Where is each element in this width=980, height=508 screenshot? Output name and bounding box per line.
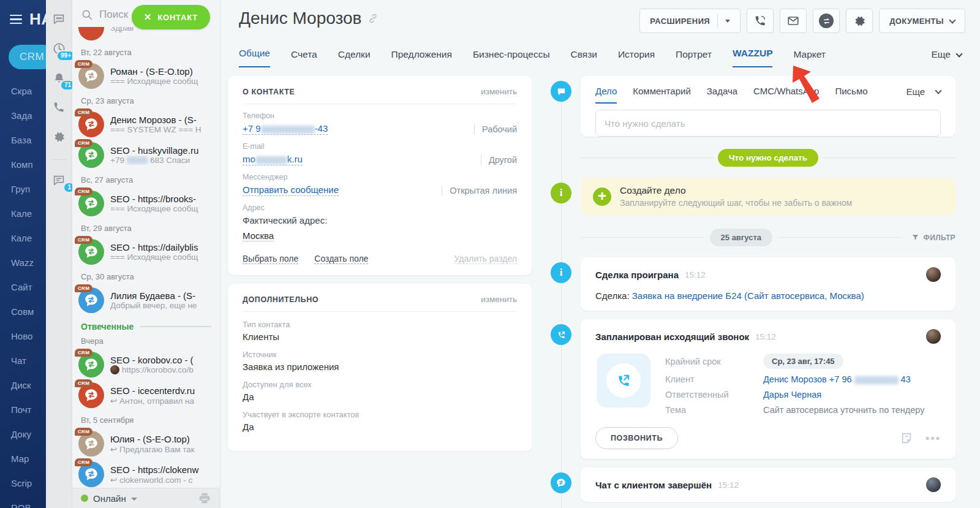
avatar[interactable] (926, 329, 941, 344)
filter-button[interactable]: ФИЛЬТР (911, 233, 956, 242)
composer-tab-email[interactable]: Письмо (835, 86, 867, 104)
phone-value-link[interactable]: +7 9-43 (243, 123, 328, 135)
printer-icon[interactable] (198, 491, 211, 505)
event-title: Чат с клиентом завершён (595, 480, 712, 490)
tab-profile[interactable]: Портрет (676, 49, 712, 67)
scheduled-call-card: Запланирован исходящий звонок 15:12 Край… (581, 319, 956, 459)
chat-list-item[interactable]: CRM Лилия Будаева - (S-Добрый вечер, еще… (72, 285, 220, 316)
composer-tab-task[interactable]: Задача (707, 86, 737, 104)
composer-tab-comment[interactable]: Комментарий (633, 86, 690, 104)
messenger-status-bar[interactable]: Онлайн (72, 488, 220, 508)
chat-list-item[interactable]: CRM SEO - https://clokenw↩ clokenworld.c… (72, 459, 220, 488)
address-kind: Фактический адрес: (243, 215, 517, 226)
redacted-text (127, 156, 148, 164)
outgoing-call-icon (606, 363, 641, 398)
sidebar-item[interactable]: Scrip (11, 471, 46, 496)
sidebar-item[interactable]: Кале (11, 226, 46, 251)
create-activity-banner[interactable]: i + Создайте дело Запланируйте следующий… (581, 178, 956, 215)
note-icon[interactable] (900, 431, 913, 445)
owner-link[interactable]: Дарья Черная (763, 390, 821, 400)
chat-list-item[interactable]: CRM Денис Морозов - (S-=== SYSTEM WZ ===… (72, 109, 220, 140)
avatar[interactable] (926, 267, 941, 282)
call-button[interactable] (747, 9, 774, 33)
edit-link[interactable]: изменить (481, 295, 517, 304)
chat-list-item[interactable]: CRM SEO - huskyvillage.ru+79683 Спаси (72, 140, 220, 170)
wazzup-icon (819, 13, 834, 28)
send-message-link[interactable]: Отправить сообщение (243, 184, 339, 196)
tab-history[interactable]: История (618, 49, 655, 67)
settings-icon[interactable] (51, 129, 67, 145)
sidebar-item[interactable]: Диск (11, 373, 46, 398)
chat-list-item[interactable]: CRM SEO - icecenterdv.ru↩ Антон, отправи… (72, 380, 220, 411)
openlines-icon[interactable]: 1 (51, 172, 67, 188)
wazzup-button[interactable] (813, 9, 840, 33)
composer-tab-activity[interactable]: Дело (595, 86, 617, 104)
email-button[interactable] (780, 9, 807, 33)
extensions-button[interactable]: РАСШИРЕНИЯ (639, 9, 741, 33)
avatar[interactable] (926, 477, 941, 492)
menu-icon[interactable] (10, 12, 22, 27)
todo-input[interactable] (595, 110, 941, 137)
client-link[interactable]: Денис Морозов +7 96 43 (763, 374, 911, 384)
composer-tab-sms-whatsapp[interactable]: СМС/WhatsApp (753, 86, 819, 104)
documents-button[interactable]: ДОКУМЕНТЫ (879, 9, 965, 33)
chat-list-item[interactable]: CRM Роман - (S-E-O.top)=== Исходящее соо… (72, 61, 220, 91)
call-now-button[interactable]: ПОЗВОНИТЬ (595, 427, 678, 449)
sidebar-item[interactable]: Почт (11, 398, 46, 422)
chats-icon[interactable] (51, 11, 67, 27)
create-field-link[interactable]: Создать поле (314, 254, 368, 264)
deal-link[interactable]: Заявка на внедрение Б24 (Сайт автосервис… (632, 290, 864, 301)
sidebar-item-crm[interactable]: CRM (9, 45, 46, 69)
select-field-link[interactable]: Выбрать поле (243, 254, 298, 264)
messenger-panel: ✕ КОНТАКТ Здрав Вт, 22 августа CRM Роман… (72, 0, 221, 508)
todo-cta-pill[interactable]: Что нужно сделать (718, 149, 818, 167)
sidebar-item[interactable]: Чат (11, 349, 46, 373)
tab-invoices[interactable]: Счета (291, 49, 317, 67)
notifications-icon[interactable]: 71 (51, 70, 67, 86)
call-fields: Крайний срок Ср, 23 авг, 17:45 Клиент Де… (665, 354, 941, 415)
more-actions-icon[interactable]: ••• (925, 432, 941, 445)
close-icon[interactable]: ✕ (144, 12, 152, 23)
chat-list-item[interactable]: CRM SEO - https://dailyblis=== Исходящее… (72, 237, 220, 267)
sidebar-item[interactable]: Доку (11, 422, 46, 447)
crm-chat-icon: CRM (78, 112, 104, 137)
sidebar-item[interactable]: Wazz (11, 251, 46, 275)
recents-icon[interactable]: 99+ (51, 40, 67, 56)
contact-filter-chip[interactable]: ✕ КОНТАКТ (132, 5, 210, 29)
tab-deals[interactable]: Сделки (338, 49, 371, 67)
sidebar-item[interactable]: Совм (11, 300, 46, 324)
date-separator: Вчера (81, 336, 211, 346)
tab-general[interactable]: Общие (239, 48, 270, 67)
call-icon-tile (597, 354, 650, 408)
edit-link[interactable]: изменить (481, 87, 517, 96)
sidebar-item[interactable]: Мар (11, 447, 46, 471)
sidebar-item[interactable]: Зада (11, 104, 46, 128)
address-value[interactable]: Москва (243, 230, 274, 241)
sidebar-item[interactable]: База (11, 128, 46, 153)
crm-badge: CRM (75, 188, 92, 195)
sidebar-item[interactable]: Ново (11, 324, 46, 349)
link-icon[interactable] (368, 13, 379, 24)
tab-bizproc[interactable]: Бизнес-процессы (473, 49, 550, 67)
phone-icon[interactable] (51, 99, 67, 115)
tab-relations[interactable]: Связи (571, 49, 597, 67)
app-logo: НА (29, 10, 46, 29)
email-value-link[interactable]: mok.ru (243, 154, 303, 165)
sidebar-item[interactable]: Скра (11, 79, 46, 104)
sidebar-item[interactable]: ROB (11, 496, 46, 508)
composer-tab-more[interactable]: Еще (906, 86, 941, 104)
sidebar-item[interactable]: Комп (11, 153, 46, 177)
sidebar-item[interactable]: Кале (11, 202, 46, 226)
sidebar-item[interactable]: Груп (11, 177, 46, 202)
tab-market[interactable]: Маркет (793, 49, 826, 67)
chat-list-item[interactable]: CRM SEO - https://brooks-=== Исходящее с… (72, 188, 220, 219)
chat-list-item[interactable]: CRM SEO - korobov.co - (https://korobov.… (72, 349, 220, 380)
chevron-down-icon[interactable] (725, 20, 730, 23)
tab-more[interactable]: Еще (931, 49, 962, 67)
chat-list-item[interactable]: CRM Юлия - (S-E-O.top)↩ Предлагаю Вам та… (72, 428, 220, 459)
tab-wazzup[interactable]: WAZZUP (733, 48, 772, 67)
delete-section-link[interactable]: Удалить раздел (454, 254, 517, 264)
tab-quotes[interactable]: Предложения (391, 49, 452, 67)
sidebar-item[interactable]: Сайт (11, 275, 46, 300)
settings-button[interactable] (846, 9, 873, 33)
